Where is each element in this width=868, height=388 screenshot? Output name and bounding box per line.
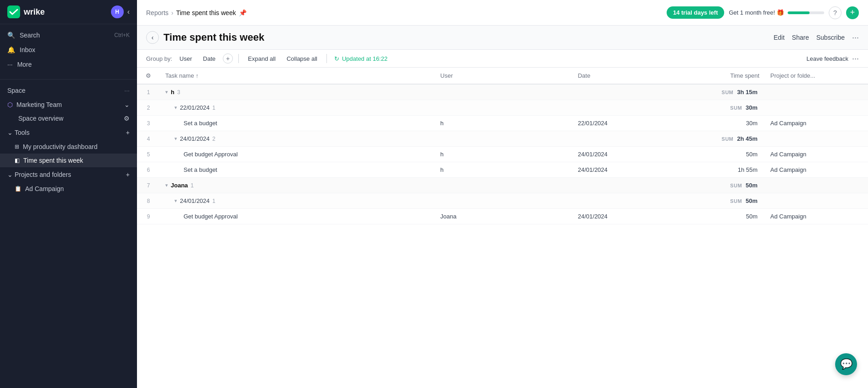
table-row: 5Get budget Approvalh24/01/202450mAd Cam… xyxy=(137,147,868,162)
productivity-dashboard-item[interactable]: ⊞ My productivity dashboard xyxy=(0,140,137,154)
expand-all-button[interactable]: Expand all xyxy=(244,54,279,64)
tools-chevron-icon: ⌄ xyxy=(7,129,13,136)
row-expand-icon[interactable]: ▾ xyxy=(174,136,177,142)
col-user[interactable]: User xyxy=(435,68,572,84)
search-nav-item[interactable]: 🔍 Search Ctrl+K xyxy=(0,28,137,43)
reports-breadcrumb-link[interactable]: Reports xyxy=(146,9,168,16)
ad-campaign-item[interactable]: 📋 Ad Campaign xyxy=(0,182,137,196)
space-settings-icon[interactable]: ⚙ xyxy=(124,115,130,122)
row-expand-icon[interactable]: ▾ xyxy=(174,105,177,111)
table-row: 1▾h3SUM3h 15m xyxy=(137,84,868,100)
row-project: Ad Campaign xyxy=(765,147,868,162)
add-button[interactable]: + xyxy=(846,6,859,19)
row-count: 1 xyxy=(212,105,216,111)
table-body: 1▾h3SUM3h 15m2▾22/01/20241SUM30m3Set a b… xyxy=(137,84,868,224)
add-group-button[interactable]: + xyxy=(223,53,233,64)
more-nav-item[interactable]: ··· More xyxy=(0,57,137,72)
topbar-right: 14 trial days left Get 1 month free! 🎁 ?… xyxy=(667,6,859,19)
ad-campaign-label: Ad Campaign xyxy=(25,185,64,192)
breadcrumb-separator: › xyxy=(171,9,174,16)
row-project: Ad Campaign xyxy=(765,116,868,131)
row-expand-icon[interactable]: ▾ xyxy=(174,198,177,204)
avatar[interactable]: H xyxy=(111,5,124,18)
row-task-name[interactable]: ▾24/01/20241 xyxy=(160,193,435,209)
subscribe-button[interactable]: Subscribe xyxy=(816,34,845,41)
breadcrumb: Reports › Time spent this week 📌 xyxy=(146,9,247,16)
space-section-label: Space xyxy=(7,87,26,94)
row-task-name[interactable]: ▾22/01/20241 xyxy=(160,100,435,116)
trial-progress-fill xyxy=(788,11,810,14)
row-sum-label: SUM xyxy=(721,90,733,95)
free-month-offer: Get 1 month free! 🎁 xyxy=(729,9,824,16)
space-overview-item[interactable]: Space overview ⚙ xyxy=(0,112,137,125)
toolbar-more-button[interactable]: ··· xyxy=(852,54,859,64)
help-button[interactable]: ? xyxy=(829,6,842,19)
row-task-name[interactable]: Get budget Approval xyxy=(160,209,435,224)
row-task-name[interactable]: ▾h3 xyxy=(160,84,435,100)
report-header-left: ‹ xyxy=(146,31,392,44)
row-project xyxy=(765,84,868,100)
back-button[interactable]: ‹ xyxy=(146,31,159,44)
row-project: Ad Campaign xyxy=(765,209,868,224)
row-number: 6 xyxy=(137,162,160,178)
leave-feedback-button[interactable]: Leave feedback xyxy=(806,55,848,62)
row-count: 1 xyxy=(212,198,216,204)
updated-label: Updated at 16:22 xyxy=(342,55,388,62)
col-project[interactable]: Project or folde... xyxy=(765,68,868,84)
row-task-name[interactable]: ▾24/01/20242 xyxy=(160,131,435,147)
group-by-user-button[interactable]: User xyxy=(176,54,195,64)
row-number: 5 xyxy=(137,147,160,162)
inbox-nav-item[interactable]: 🔔 Inbox xyxy=(0,43,137,57)
row-time-spent: SUM2h 45m xyxy=(682,131,765,147)
row-time-spent: 1h 55m xyxy=(682,162,765,178)
row-number: 4 xyxy=(137,131,160,147)
row-task-name[interactable]: Get budget Approval xyxy=(160,147,435,162)
tools-add-button[interactable]: + xyxy=(126,129,130,136)
row-time-spent: 50m xyxy=(682,147,765,162)
refresh-icon[interactable]: ↻ xyxy=(334,55,339,62)
table-row: 9Get budget ApprovalJoana24/01/202450mAd… xyxy=(137,209,868,224)
search-label: Search xyxy=(20,32,40,39)
col-date[interactable]: Date xyxy=(572,68,682,84)
inbox-icon: 🔔 xyxy=(7,46,15,53)
col-time-spent[interactable]: Time spent xyxy=(682,68,765,84)
more-dots-icon: ··· xyxy=(7,61,13,68)
row-task-name[interactable]: Set a budget xyxy=(160,162,435,178)
edit-button[interactable]: Edit xyxy=(773,34,784,41)
row-expand-icon[interactable]: ▾ xyxy=(165,182,168,188)
share-button[interactable]: Share xyxy=(792,34,809,41)
row-sum-label: SUM xyxy=(730,183,742,188)
table-row: 4▾24/01/20242SUM2h 45m xyxy=(137,131,868,147)
row-count: 3 xyxy=(177,89,180,96)
projects-add-button[interactable]: + xyxy=(126,171,130,178)
report-more-button[interactable]: ··· xyxy=(852,33,859,43)
group-by-label: Group by: xyxy=(146,55,172,62)
col-task-name[interactable]: Task name ↑ xyxy=(160,68,435,84)
space-section-header: Space ··· xyxy=(0,83,137,98)
more-label: More xyxy=(17,61,32,68)
row-user: Joana xyxy=(435,209,572,224)
marketing-team-item[interactable]: ⬡ Marketing Team ⌄ xyxy=(0,98,137,112)
chat-fab-button[interactable]: 💬 xyxy=(835,353,857,375)
row-user: h xyxy=(435,162,572,178)
row-user xyxy=(435,131,572,147)
row-task-name[interactable]: Set a budget xyxy=(160,116,435,131)
row-sum-label: SUM xyxy=(730,105,742,111)
collapse-sidebar-button[interactable]: ‹ xyxy=(127,8,130,16)
report-title-input[interactable] xyxy=(163,32,392,43)
col-settings[interactable]: ⚙ xyxy=(137,68,160,84)
row-date: 24/01/2024 xyxy=(572,147,682,162)
time-spent-icon: ◧ xyxy=(15,157,20,164)
space-more-button[interactable]: ··· xyxy=(124,87,130,94)
row-user xyxy=(435,84,572,100)
trial-badge[interactable]: 14 trial days left xyxy=(667,6,724,19)
row-task-name[interactable]: ▾Joana1 xyxy=(160,178,435,193)
row-expand-icon[interactable]: ▾ xyxy=(165,89,168,95)
pin-icon[interactable]: 📌 xyxy=(239,9,247,16)
marketing-team-icon: ⬡ xyxy=(7,101,13,108)
productivity-dashboard-icon: ⊞ xyxy=(15,144,19,150)
group-by-date-button[interactable]: Date xyxy=(200,54,219,64)
collapse-all-button[interactable]: Collapse all xyxy=(283,54,321,64)
row-project xyxy=(765,131,868,147)
time-spent-item[interactable]: ◧ Time spent this week xyxy=(0,154,137,167)
